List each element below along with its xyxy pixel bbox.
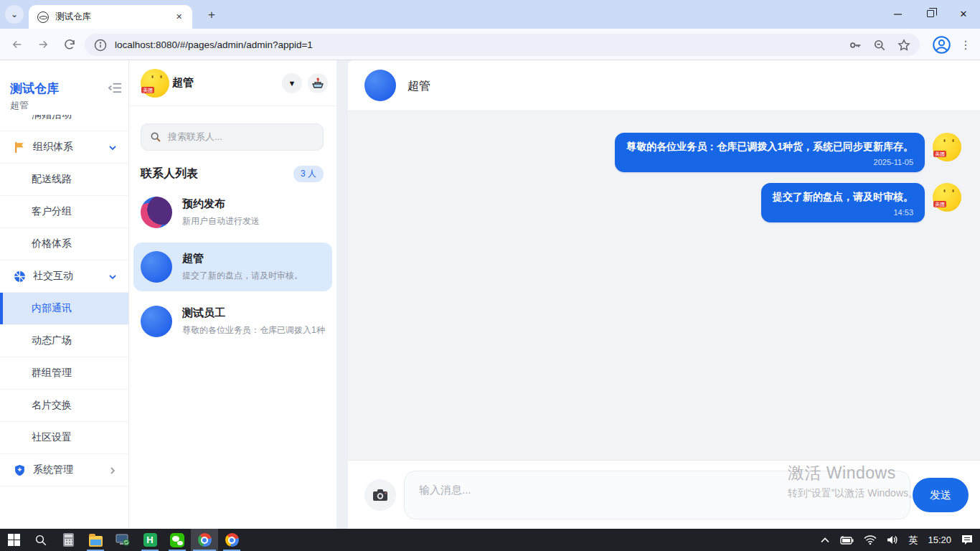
sidebar-item-system-management[interactable]: 系统管理 <box>0 454 128 486</box>
site-info-icon[interactable] <box>93 38 108 52</box>
taskbar-wechat-button[interactable] <box>164 529 191 551</box>
search-placeholder: 搜索联系人... <box>168 131 222 143</box>
address-bar[interactable]: localhost:8080/#/pages/admin/admin?appid… <box>85 34 920 56</box>
password-key-icon[interactable] <box>848 38 862 52</box>
windows-logo-icon <box>8 534 20 546</box>
input-language-indicator[interactable]: 英 <box>903 529 923 551</box>
tab-title: 测试仓库 <box>55 11 173 23</box>
chrome-icon <box>198 533 212 547</box>
contact-avatar <box>141 197 172 228</box>
sidebar-item-feed-square[interactable]: 动态广场 <box>0 325 128 357</box>
monitor-icon <box>116 534 130 547</box>
window-minimize-button[interactable] <box>881 0 914 27</box>
chevron-down-icon <box>108 272 117 281</box>
chat-peer-avatar <box>364 70 396 101</box>
taskbar: H 英 15:20 <box>0 529 980 551</box>
contact-avatar <box>141 306 172 337</box>
forward-button[interactable] <box>34 36 52 53</box>
tray-chevron-up-icon[interactable] <box>816 529 834 551</box>
sidebar-item-group-management[interactable]: 群组管理 <box>0 357 128 390</box>
chat-header: 超管 <box>348 60 980 111</box>
contact-count-badge: 3 人 <box>293 166 324 182</box>
taskbar-file-explorer-button[interactable] <box>82 529 109 551</box>
screen: ⌄ 测试仓库 ✕ + ✕ localhost:8080/#/pages/admi… <box>0 0 980 551</box>
notification-center-icon[interactable] <box>956 529 980 551</box>
shield-icon <box>14 464 26 476</box>
bookmark-star-icon[interactable] <box>897 38 911 52</box>
sidebar-item-internal-messaging[interactable]: 内部通讯 <box>0 293 128 325</box>
current-user-avatar: 美团 <box>141 69 169 98</box>
taskbar-search-button[interactable] <box>27 529 55 551</box>
social-wheel-icon <box>14 270 26 283</box>
browser-tab[interactable]: 测试仓库 ✕ <box>29 5 192 29</box>
taskbar-remote-desktop-button[interactable] <box>109 529 136 551</box>
app-title: 测试仓库 <box>10 80 59 97</box>
contact-item-ceshiyuangong[interactable]: 测试员工 尊敬的各位业务员：仓库已调拨入1种货，系统已同步更新库存。 <box>133 297 332 346</box>
wifi-icon[interactable] <box>859 529 882 551</box>
message-row: 提交了新的盘点，请及时审核。 14:53 美团 <box>367 183 961 222</box>
message-time: 2025-11-05 <box>626 158 913 166</box>
taskbar-chrome-button[interactable] <box>218 529 245 551</box>
contact-list-title: 联系人列表 <box>141 166 293 182</box>
message-list[interactable]: 尊敬的各位业务员：仓库已调拨入1种货，系统已同步更新库存。 2025-11-05… <box>348 111 980 460</box>
message-time: 14:53 <box>773 208 913 217</box>
reload-button[interactable] <box>61 36 78 53</box>
taskbar-hbuilder-button[interactable]: H <box>136 529 164 551</box>
sidebar-collapse-icon[interactable] <box>108 82 122 94</box>
contact-item-chaoguan-selected[interactable]: 超管 提交了新的盘点，请及时审核。 <box>133 242 332 291</box>
triangle-down-icon: ▼ <box>288 79 296 88</box>
browser-menu-icon[interactable]: ⋮ <box>958 35 973 54</box>
taskbar-calculator-button[interactable] <box>55 529 82 551</box>
restore-icon <box>927 10 934 17</box>
sidebar-item-community-settings[interactable]: 社区设置 <box>0 422 128 454</box>
folder-icon <box>89 536 103 547</box>
window-close-button[interactable]: ✕ <box>947 0 980 27</box>
message-input[interactable] <box>404 471 910 519</box>
start-button[interactable] <box>0 529 27 551</box>
clock[interactable]: 15:20 <box>923 529 956 551</box>
tab-close-icon[interactable]: ✕ <box>173 11 185 23</box>
chat-peer-name: 超管 <box>407 79 430 94</box>
send-button[interactable]: 发送 <box>913 478 969 512</box>
taskbar-chrome-active-button[interactable] <box>191 529 218 551</box>
contacts-panel: 美团 超管 ▼ 搜索联系人... 联系人列表 3 人 预约发布 新用户自动进行发… <box>129 60 336 529</box>
dropdown-toggle-button[interactable]: ▼ <box>282 73 302 93</box>
zoom-out-icon[interactable] <box>872 38 887 52</box>
app-subtitle: 超管 <box>10 99 29 112</box>
new-tab-button[interactable]: + <box>203 6 220 24</box>
contact-search-input[interactable]: 搜索联系人... <box>141 123 324 151</box>
contact-list: 预约发布 新用户自动进行发送 超管 提交了新的盘点，请及时审核。 测试员工 尊敬… <box>133 188 332 352</box>
chrome-icon <box>225 533 239 547</box>
search-icon <box>34 534 47 547</box>
wechat-icon <box>170 533 184 547</box>
logout-button[interactable] <box>308 73 328 93</box>
sender-avatar: 美团 <box>933 133 961 161</box>
battery-icon[interactable] <box>834 529 859 551</box>
sidebar-item-delivery-routes[interactable]: 配送线路 <box>0 164 128 196</box>
contact-item-yuyuefabu[interactable]: 预约发布 新用户自动进行发送 <box>133 188 332 237</box>
app-sidebar: 测试仓库 超管 满赠活动 组织体系 配送线路 客户分组 价格体系 社交互动 内 <box>0 60 129 529</box>
sidebar-item-social[interactable]: 社交互动 <box>0 260 128 293</box>
system-tray: 英 15:20 <box>816 529 980 551</box>
contact-avatar <box>141 251 172 283</box>
url-text: localhost:8080/#/pages/admin/admin?appid… <box>115 39 838 50</box>
browser-tabstrip: ⌄ 测试仓库 ✕ + ✕ <box>0 0 980 29</box>
message-bubble: 提交了新的盘点，请及时审核。 14:53 <box>761 183 925 222</box>
globe-favicon-icon <box>37 11 49 23</box>
current-user-name: 超管 <box>172 76 194 90</box>
flag-icon <box>14 141 26 154</box>
volume-icon[interactable] <box>882 529 903 551</box>
chevron-down-icon <box>108 143 117 151</box>
sidebar-item-price-system[interactable]: 价格体系 <box>0 228 128 260</box>
back-button[interactable] <box>9 36 26 53</box>
sender-avatar: 美团 <box>933 183 961 212</box>
browser-profile-icon[interactable] <box>932 35 951 55</box>
sidebar-item-card-exchange[interactable]: 名片交换 <box>0 390 128 422</box>
tab-search-chevron-icon[interactable]: ⌄ <box>5 5 24 24</box>
message-bubble: 尊敬的各位业务员：仓库已调拨入1种货，系统已同步更新库存。 2025-11-05 <box>615 133 925 172</box>
window-restore-button[interactable] <box>914 0 947 27</box>
attach-image-button[interactable] <box>364 479 396 511</box>
sidebar-item-manzeng[interactable]: 满赠活动 <box>0 115 128 131</box>
sidebar-item-organization[interactable]: 组织体系 <box>0 131 128 164</box>
sidebar-item-customer-groups[interactable]: 客户分组 <box>0 196 128 228</box>
